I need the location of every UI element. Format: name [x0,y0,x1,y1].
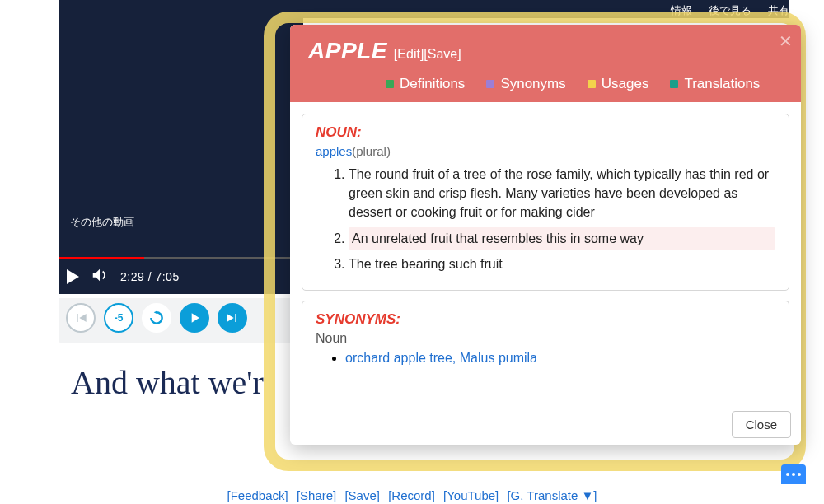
dictionary-footer: Close [290,404,801,445]
play-button[interactable] [180,303,209,333]
dictionary-popup: ✕ APPLE [Edit][Save] Definitions Synonym… [290,25,801,445]
bottom-utility-links: [Feedback] [Share] [Save] [Record] [YouT… [0,488,824,502]
bullet-teal-icon [670,80,678,88]
edit-link[interactable]: [Edit] [394,47,424,61]
tab-definitions[interactable]: Definitions [386,76,465,92]
definition-item: The tree bearing such fruit [349,254,775,273]
feedback-link[interactable]: [Feedback] [227,488,288,502]
gtranslate-link[interactable]: [G. Translate ▼] [507,488,597,502]
video-time-label: 2:29 / 7:05 [120,270,180,283]
save-link-bottom[interactable]: [Save] [344,488,380,502]
synonym-list: orchard apple tree, Malus pumila [316,351,775,366]
youtube-link[interactable]: [YouTube] [443,488,499,502]
definitions-section: NOUN: apples(plural) The round fruit of … [302,114,789,291]
plural-line: apples(plural) [316,144,775,158]
dictionary-tabs: Definitions Synonyms Usages Translations [386,76,784,92]
bullet-yellow-icon [588,80,596,88]
close-icon[interactable]: ✕ [779,31,793,51]
plural-word-link[interactable]: apples [316,144,352,158]
share-link[interactable]: [Share] [297,488,336,502]
back5-button[interactable]: -5 [104,303,133,333]
prev-track-button[interactable] [66,303,96,333]
dictionary-header: ✕ APPLE [Edit][Save] Definitions Synonym… [290,25,801,102]
save-link[interactable]: [Save] [424,47,461,61]
synonym-link[interactable]: orchard apple tree, Malus pumila [345,351,537,365]
tab-translations[interactable]: Translations [670,76,760,92]
video-overlay-links: 情報 後で見る 共有 [671,3,789,18]
time-total: 7:05 [155,270,179,283]
video-player[interactable]: 情報 後で見る 共有 その他の動画 2:29 / 7:05 [59,0,303,294]
video-controls: 2:29 / 7:05 [59,259,303,294]
definition-item: An unrelated fruit that resembles this i… [349,227,775,250]
close-button[interactable]: Close [732,411,791,438]
more-videos-label: その他の動画 [70,215,134,230]
tab-synonyms[interactable]: Synonyms [486,76,565,92]
noun-label: NOUN: [316,124,775,141]
video-share-link[interactable]: 共有 [768,3,789,18]
dictionary-body[interactable]: NOUN: apples(plural) The round fruit of … [290,102,801,404]
bullet-green-icon [386,80,394,88]
record-link[interactable]: [Record] [388,488,435,502]
chat-bubble-icon[interactable] [781,464,806,484]
definition-list: The round fruit of a tree of the rose fa… [316,165,775,273]
playback-round-controls: -5 [59,298,304,344]
synonyms-label: SYNONYMS: [316,311,775,328]
synonym-pos-label: Noun [316,331,775,346]
bullet-purple-icon [486,80,494,88]
dictionary-word: APPLE [308,38,387,64]
time-current: 2:29 [120,270,144,283]
definition-item: The round fruit of a tree of the rose fa… [349,165,775,222]
replay-button[interactable] [142,303,171,333]
video-info-link[interactable]: 情報 [671,3,692,18]
video-watch-later-link[interactable]: 後で見る [709,3,751,18]
tab-usages[interactable]: Usages [588,76,649,92]
play-icon[interactable] [67,269,79,284]
plural-note: (plural) [352,144,391,158]
next-track-button[interactable] [218,303,247,333]
synonyms-section: SYNONYMS: Noun orchard apple tree, Malus… [302,301,789,377]
volume-icon[interactable] [91,266,109,287]
synonym-item: orchard apple tree, Malus pumila [345,351,775,366]
